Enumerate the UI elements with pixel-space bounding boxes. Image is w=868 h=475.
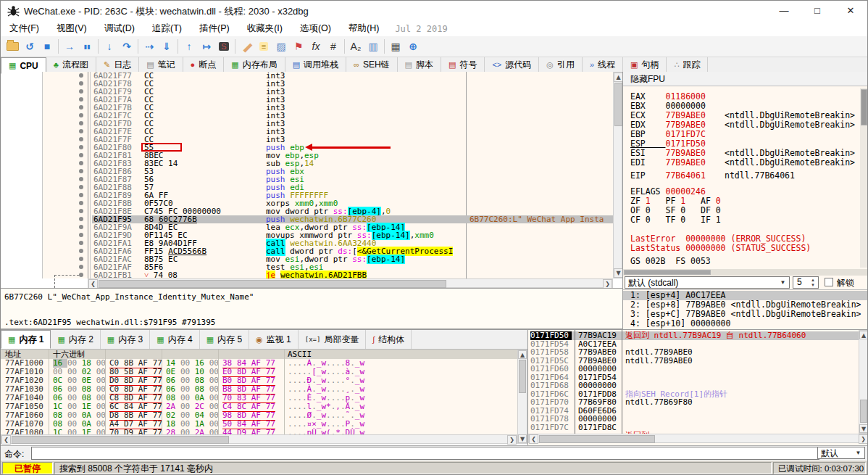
- modules-icon[interactable]: ▥: [364, 38, 382, 55]
- trace-into-icon[interactable]: ⇢: [141, 38, 158, 55]
- stack-horizontal-scrollbar[interactable]: ❮ ❯: [528, 434, 868, 443]
- scrollbar-thumb[interactable]: [614, 83, 622, 126]
- tab-references[interactable]: ◎引用: [539, 57, 583, 72]
- register-row[interactable]: EDX 77B9ABE0: [630, 120, 706, 130]
- step-into-icon[interactable]: ↓: [101, 38, 118, 55]
- stack-row[interactable]: 0171FD6800000000: [528, 381, 859, 390]
- close-button[interactable]: ✕: [834, 1, 867, 21]
- menu-item[interactable]: 视图(V): [48, 23, 96, 33]
- scrollbar-thumb[interactable]: [539, 435, 655, 443]
- tab-dump-4[interactable]: ▦内存 4: [150, 330, 199, 349]
- register-row[interactable]: EFLAGS 00000246: [630, 186, 706, 197]
- register-row[interactable]: CF 0 TF 0 IF 1: [630, 215, 735, 225]
- scrollbar-thumb[interactable]: [861, 89, 867, 125]
- scroll-down-arrow-icon[interactable]: ▼: [859, 424, 868, 433]
- register-row[interactable]: LastError 00000000 (ERROR_SUCCESS): [630, 234, 806, 244]
- tab-dump-2[interactable]: ▦内存 2: [51, 330, 100, 349]
- run-to-user-code-icon[interactable]: ↦: [198, 38, 215, 55]
- stack-view[interactable]: 0171FD5077B9AC19返回到 ntdll.77B9AC19 自 ntd…: [528, 331, 859, 434]
- tab-graph[interactable]: ♣流程图: [46, 57, 96, 72]
- tab-script[interactable]: ▤脚本: [398, 57, 441, 72]
- registers-horizontal-scrollbar[interactable]: [623, 269, 868, 276]
- breakpoint-dot-icon[interactable]: [79, 233, 83, 237]
- menu-item[interactable]: 帮助(H): [340, 23, 388, 33]
- open-file-icon[interactable]: [4, 38, 21, 55]
- register-row[interactable]: ECX 77B9ABE0: [630, 110, 706, 120]
- breakpoint-dot-icon[interactable]: [79, 185, 83, 189]
- tab-notes[interactable]: ▤笔记: [139, 57, 183, 72]
- label-icon[interactable]: ▨: [272, 38, 290, 55]
- breakpoint-dot-icon[interactable]: [79, 169, 83, 173]
- scroll-right-arrow-icon[interactable]: ❯: [859, 434, 868, 444]
- breakpoint-dot-icon[interactable]: [79, 113, 83, 117]
- run-icon[interactable]: →: [61, 38, 78, 55]
- scrollbar-thumb[interactable]: [12, 436, 229, 444]
- calling-convention-select[interactable]: 默认 (stdcall) ▼: [625, 276, 790, 289]
- register-row[interactable]: GS 002B FS 0053: [630, 256, 711, 266]
- menu-item[interactable]: 追踪(T): [143, 23, 191, 33]
- scroll-up-arrow-icon[interactable]: ▲: [859, 331, 868, 339]
- register-row[interactable]: ESI 77B9ABE0: [630, 148, 706, 158]
- breakpoint-dot-icon[interactable]: [79, 257, 83, 261]
- trace-over-icon[interactable]: ⇓: [158, 38, 175, 55]
- stack-row[interactable]: 0171FD5077B9AC19返回到 ntdll.77B9AC19 自 ntd…: [528, 331, 859, 340]
- globe-icon[interactable]: ⊕: [404, 38, 422, 55]
- bookmark-icon[interactable]: ⚑: [290, 38, 307, 55]
- tab-threads[interactable]: »线程: [583, 57, 623, 72]
- menu-item[interactable]: 调试(D): [96, 23, 143, 33]
- scroll-left-arrow-icon[interactable]: ❮: [529, 434, 538, 444]
- memory-vertical-scrollbar[interactable]: ▲ ▼: [517, 350, 527, 444]
- stack-row[interactable]: 0171FD5877B9ABE0ntdll.77B9ABE0: [528, 348, 859, 357]
- command-input[interactable]: [31, 447, 819, 460]
- breakpoint-dot-icon[interactable]: [79, 121, 83, 125]
- register-row[interactable]: OF 0 SF 0 DF 0: [630, 205, 735, 215]
- tab-memory-map[interactable]: ▦内存布局: [224, 57, 285, 72]
- scroll-left-arrow-icon[interactable]: ❮: [1, 435, 11, 445]
- memory-row[interactable]: 77AF10801C 00 1E 0070 D9 AF 7728 00 2A 0…: [1, 429, 517, 434]
- patch-icon[interactable]: ▬: [238, 38, 255, 55]
- breakpoint-dot-icon[interactable]: [79, 145, 83, 149]
- hash-icon[interactable]: #: [325, 38, 342, 55]
- breakpoint-dot-icon[interactable]: [79, 161, 83, 165]
- hide-fpu-button[interactable]: 隐藏FPU: [623, 72, 868, 86]
- breakpoint-dot-icon[interactable]: [79, 89, 83, 94]
- breakpoint-dot-icon[interactable]: [79, 265, 83, 269]
- scroll-right-arrow-icon[interactable]: ❯: [507, 435, 517, 445]
- register-row[interactable]: EDI 77B9ABE0: [630, 157, 706, 168]
- tab-dump-1[interactable]: ▦内存 1: [1, 330, 51, 349]
- scroll-down-arrow-icon[interactable]: ▼: [518, 434, 527, 443]
- scrollbar-thumb[interactable]: [624, 270, 711, 275]
- register-row[interactable]: EBX 00000000: [630, 101, 706, 111]
- breakpoint-dot-icon[interactable]: [79, 73, 83, 78]
- memory-horizontal-scrollbar[interactable]: ❮ ❯: [1, 434, 517, 444]
- scrollbar-thumb[interactable]: [860, 400, 867, 423]
- breakpoint-dot-icon[interactable]: [79, 137, 83, 141]
- restart-icon[interactable]: ↺: [21, 38, 38, 55]
- register-row[interactable]: ESP 0171FD50: [630, 139, 706, 149]
- breakpoint-dot-icon[interactable]: [79, 201, 83, 205]
- tab-breakpoints[interactable]: ●断点: [183, 57, 225, 72]
- tab-handles[interactable]: ▣句柄: [623, 57, 667, 72]
- tab-seh[interactable]: ∞SEH链: [346, 57, 398, 72]
- register-row[interactable]: LastStatus 00000000 (STATUS_SUCCESS): [630, 243, 811, 253]
- tab-struct[interactable]: ʃ结构体: [366, 330, 411, 349]
- stack-row[interactable]: 0171FD7800000000: [528, 415, 859, 424]
- breakpoint-dot-icon[interactable]: [79, 273, 83, 277]
- spinner-arrows-icon[interactable]: ▲▼: [809, 278, 817, 287]
- breakpoint-dot-icon[interactable]: [79, 177, 83, 181]
- tab-source[interactable]: <>源代码: [485, 57, 539, 72]
- call-arguments-list[interactable]: 1: [esp+4] A0C17EEA2: [esp+8] 77B9ABE0 <…: [623, 289, 868, 330]
- disassembly-view[interactable]: 6AD21F77CCint36AD21F78CCint36AD21F79CCin…: [42, 72, 614, 278]
- disasm-horizontal-scrollbar[interactable]: ❮ ❯: [88, 278, 613, 288]
- unlock-checkbox[interactable]: [825, 278, 833, 286]
- command-mode-select[interactable]: 默认 ▼: [817, 447, 865, 459]
- stack-row[interactable]: 0171FD6000000000: [528, 365, 859, 373]
- tab-call-stack[interactable]: ▤调用堆栈: [285, 57, 346, 72]
- breakpoint-dot-icon[interactable]: [79, 129, 83, 133]
- stack-vertical-scrollbar[interactable]: ▲ ▼: [859, 330, 868, 434]
- tab-symbols[interactable]: ▤符号: [441, 57, 485, 72]
- breakpoint-dot-icon[interactable]: [79, 81, 83, 86]
- tab-log[interactable]: ✎日志: [96, 57, 139, 72]
- tab-cpu[interactable]: ▦CPU: [1, 57, 46, 74]
- scrollbar-thumb[interactable]: [519, 360, 526, 393]
